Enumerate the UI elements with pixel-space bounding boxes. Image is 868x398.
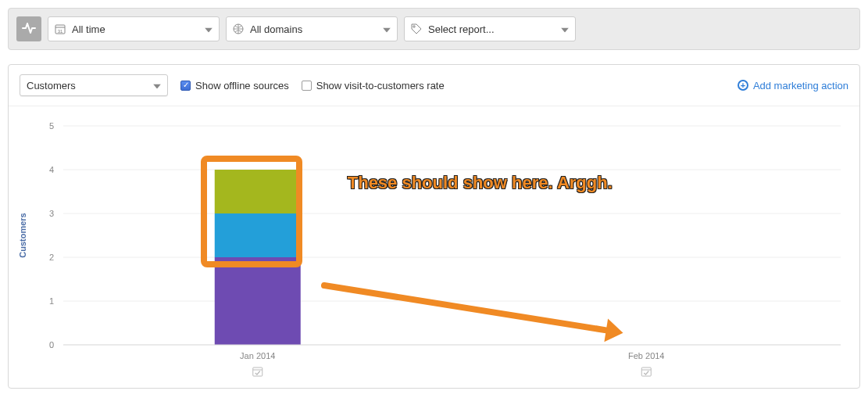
annotation-arrow-icon (301, 262, 647, 357)
add-marketing-action-link[interactable]: + Add marketing action (738, 80, 848, 91)
svg-line-20 (324, 285, 606, 330)
svg-marker-7 (561, 28, 569, 33)
show-offline-checkbox[interactable]: ✓ Show offline sources (180, 80, 289, 91)
time-range-dropdown[interactable]: 31 All time (48, 16, 220, 41)
y-tick-label: 4 (49, 165, 54, 174)
svg-point-6 (413, 26, 415, 27)
metric-dropdown[interactable]: Customers (20, 74, 168, 96)
y-axis-label: Customers (18, 213, 27, 257)
checkbox-checked-icon: ✓ (180, 81, 191, 91)
y-tick-label: 1 (49, 296, 54, 306)
svg-text:31: 31 (58, 29, 63, 34)
chevron-down-icon (383, 23, 391, 35)
domain-dropdown[interactable]: All domains (226, 16, 398, 41)
calendar-check-icon[interactable] (253, 368, 263, 376)
plus-circle-icon: + (738, 80, 748, 91)
report-label: Select report... (428, 23, 495, 35)
globe-icon (233, 23, 244, 34)
annotation-text: These should show here. Arggh. (348, 173, 613, 193)
svg-marker-21 (604, 319, 623, 342)
svg-marker-3 (205, 28, 213, 33)
svg-marker-5 (383, 28, 391, 33)
add-action-label: Add marketing action (753, 80, 848, 91)
analytics-logo-chip (16, 16, 41, 41)
metric-label: Customers (27, 80, 76, 91)
time-range-label: All time (72, 23, 105, 35)
y-tick-label: 0 (49, 340, 54, 350)
svg-marker-8 (153, 84, 161, 89)
show-rate-checkbox[interactable]: Show visit-to-customers rate (302, 80, 445, 91)
calendar-icon: 31 (55, 23, 66, 34)
bar-segment[interactable] (215, 257, 301, 345)
chart-area: 012345CustomersJan 2014Feb 2014 These sh… (9, 106, 859, 388)
report-dropdown[interactable]: Select report... (404, 16, 576, 41)
x-tick-label: Jan 2014 (240, 351, 275, 360)
svg-rect-17 (641, 368, 651, 376)
show-rate-label: Show visit-to-customers rate (316, 80, 445, 91)
chevron-down-icon (153, 80, 161, 91)
show-offline-label: Show offline sources (195, 80, 289, 91)
annotation-highlight-box (201, 156, 302, 267)
pulse-icon (22, 21, 36, 38)
calendar-check-icon[interactable] (641, 368, 651, 376)
checkbox-unchecked-icon (302, 81, 312, 91)
y-tick-label: 2 (49, 253, 54, 262)
svg-rect-15 (253, 368, 263, 376)
chevron-down-icon (561, 23, 569, 35)
tag-icon (411, 23, 422, 34)
y-tick-label: 5 (49, 121, 54, 131)
filters-toolbar: 31 All time All domains Select report... (8, 8, 860, 50)
chart-controls-bar: Customers ✓ Show offline sources Show vi… (9, 65, 859, 106)
domain-label: All domains (250, 23, 302, 35)
chart-panel: Customers ✓ Show offline sources Show vi… (8, 64, 860, 389)
chevron-down-icon (205, 23, 213, 35)
y-tick-label: 3 (49, 209, 54, 218)
